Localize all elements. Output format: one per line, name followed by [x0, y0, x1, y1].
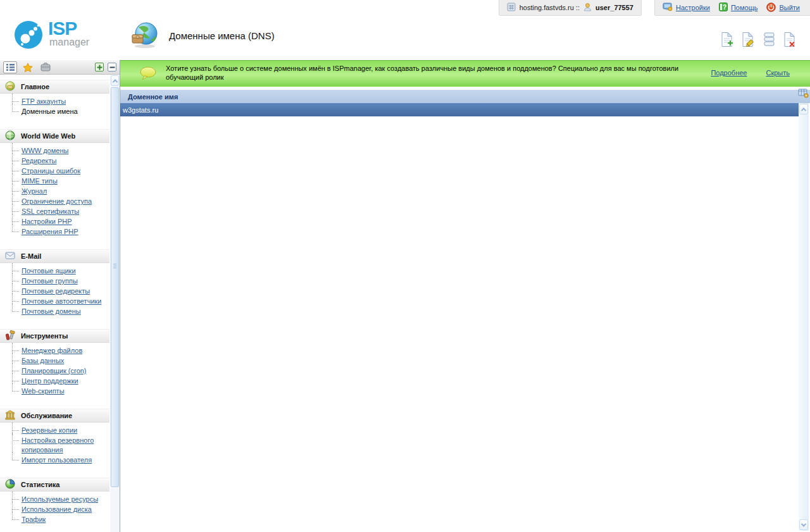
sidebar-item-mail-groups[interactable]: Почтовые группы	[0, 276, 109, 286]
sidebar-item-php-extensions[interactable]: Расширения PHP	[0, 226, 109, 237]
logo-brand-text: ISP	[48, 20, 89, 37]
section-title: Главное	[21, 83, 49, 90]
sidebar-item-disk-usage[interactable]: Использование диска	[0, 504, 109, 514]
sidebar-section-header-main[interactable]: Главное	[0, 80, 109, 94]
main-scroll-down-button[interactable]	[799, 519, 808, 530]
sidebar-item-error-pages[interactable]: Страницы ошибок	[0, 166, 109, 176]
sidebar-section-header-maintenance[interactable]: Обслуживание	[0, 409, 109, 423]
sidebar-section-header-www[interactable]: World Wide Web	[0, 129, 109, 143]
topbar-host-panel: hosting.fastvds.ru :: user_77557	[499, 0, 642, 16]
main-toolbar	[720, 32, 797, 48]
section-title: World Wide Web	[21, 132, 75, 140]
document-edit-icon[interactable]	[740, 32, 756, 48]
expand-all-button[interactable]	[95, 63, 104, 71]
dns-globe-icon	[130, 21, 159, 50]
sidebar-section-header-statistics[interactable]: Статистика	[0, 478, 109, 492]
sidebar-item-mailboxes[interactable]: Почтовые ящики	[0, 266, 109, 276]
sidebar-item-backups[interactable]: Резервные копии	[0, 425, 109, 435]
document-stack-icon[interactable]	[761, 32, 776, 48]
banner-hide-link[interactable]: Скрыть	[766, 69, 790, 77]
sidebar-menu: Главное FTP аккаунты Доменные имена Worl…	[0, 75, 109, 532]
list-view-icon[interactable]	[3, 61, 17, 73]
table-row-domain[interactable]: w3gstats.ru	[120, 103, 799, 116]
section-title: Статистика	[21, 481, 60, 488]
collapse-all-button[interactable]	[108, 63, 116, 71]
sidebar-section-maintenance: Обслуживание Резервные копии Настройка р…	[0, 409, 109, 473]
sidebar-scroll-up-button[interactable]	[111, 75, 119, 86]
topbar-links-panel: Настройки ? Помощь Выйти	[654, 0, 810, 16]
table-header-row: Доменное имя	[120, 90, 810, 103]
sidebar-item-mail-redirects[interactable]: Почтовые редиректы	[0, 286, 109, 296]
hostname-label: hosting.fastvds.ru ::	[520, 4, 580, 11]
main-scrollbar	[799, 103, 809, 531]
svg-text:?: ?	[723, 4, 726, 11]
help-icon: ?	[719, 3, 728, 13]
sidebar-item-ssl-certificates[interactable]: SSL сертификаты	[0, 206, 109, 216]
sidebar-section-header-email[interactable]: E-Mail	[0, 249, 109, 263]
logout-link[interactable]: Выйти	[779, 4, 800, 11]
sidebar-item-file-manager[interactable]: Менеджер файлов	[0, 345, 109, 356]
sidebar-item-backup-settings[interactable]: Настройка резервного копирования	[0, 435, 109, 455]
sidebar-item-used-resources[interactable]: Используемые ресурсы	[0, 494, 109, 504]
banner-more-link[interactable]: Подробнее	[711, 69, 747, 77]
sidebar-scroll-thumb[interactable]	[111, 87, 119, 487]
domain-name-cell: w3gstats.ru	[123, 106, 158, 114]
sphere-icon	[5, 81, 15, 92]
table-settings-icon[interactable]	[798, 88, 809, 99]
section-title: E-Mail	[21, 252, 41, 260]
sidebar-item-ftp-accounts[interactable]: FTP аккаунты	[0, 96, 109, 106]
sidebar-section-email: E-Mail Почтовые ящики Почтовые группы По…	[0, 249, 109, 324]
column-header-domain-name[interactable]: Доменное имя	[120, 93, 178, 101]
user-icon	[583, 3, 592, 13]
tools-icon	[5, 330, 15, 342]
pie-chart-icon	[5, 479, 15, 490]
logout-power-icon	[766, 3, 776, 13]
sidebar-scrollbar	[110, 75, 120, 532]
favorites-star-icon[interactable]	[21, 61, 35, 73]
settings-monitor-icon	[663, 3, 673, 13]
sidebar-item-journal[interactable]: Журнал	[0, 186, 109, 196]
document-add-icon[interactable]	[720, 32, 735, 48]
help-link[interactable]: Помощь	[731, 4, 758, 11]
sidebar-tabbar	[0, 60, 120, 75]
logo-mark-icon	[14, 20, 43, 51]
sidebar-section-header-tools[interactable]: Инструменты	[0, 329, 109, 343]
banner-message: Хотите узнать больше о системе доменных …	[166, 64, 691, 82]
sidebar-section-statistics: Статистика Используемые ресурсы Использо…	[0, 478, 109, 532]
topbar: hosting.fastvds.ru :: user_77557 Настрой…	[0, 0, 810, 19]
section-title: Инструменты	[21, 332, 68, 340]
sidebar-item-cron-scheduler[interactable]: Планировщик (cron)	[0, 366, 109, 376]
sidebar-item-mime-types[interactable]: MIME типы	[0, 176, 109, 186]
sidebar-item-support-center[interactable]: Центр поддержки	[0, 376, 109, 386]
sidebar-item-web-scripts[interactable]: Web-скрипты	[0, 386, 109, 396]
archive-case-icon[interactable]	[39, 61, 53, 73]
globe-icon	[5, 130, 15, 142]
main-content: Хотите узнать больше о системе доменных …	[120, 60, 810, 532]
settings-link[interactable]: Настройки	[676, 4, 710, 11]
page-header: Доменные имена (DNS)	[130, 21, 275, 50]
speech-bubble-icon	[139, 66, 157, 83]
sidebar-section-tools: Инструменты Менеджер файлов Базы данных …	[0, 329, 109, 404]
username-label: user_77557	[595, 4, 633, 11]
sidebar-item-mail-autoresponders[interactable]: Почтовые автоответчики	[0, 296, 109, 306]
section-title: Обслуживание	[21, 412, 72, 419]
sidebar-item-access-restriction[interactable]: Ограничение доступа	[0, 196, 109, 206]
sidebar: Главное FTP аккаунты Доменные имена Worl…	[0, 60, 120, 532]
sidebar-item-user-import[interactable]: Импорт пользователя	[0, 455, 109, 465]
ispmanager-app: hosting.fastvds.ru :: user_77557 Настрой…	[0, 0, 810, 532]
sidebar-item-redirects[interactable]: Редиректы	[0, 156, 109, 166]
sidebar-section-www: World Wide Web WWW домены Редиректы Стра…	[0, 129, 109, 244]
sidebar-item-mail-domains[interactable]: Почтовые домены	[0, 306, 109, 316]
page-title: Доменные имена (DNS)	[169, 30, 275, 41]
sidebar-section-main: Главное FTP аккаунты Доменные имена	[0, 80, 109, 124]
sidebar-item-traffic[interactable]: Трафик	[0, 514, 109, 524]
sidebar-item-databases[interactable]: Базы данных	[0, 356, 109, 366]
document-delete-icon[interactable]	[782, 32, 797, 48]
sidebar-item-domain-names[interactable]: Доменные имена	[0, 106, 109, 116]
sidebar-item-www-domains[interactable]: WWW домены	[0, 145, 109, 156]
sidebar-item-php-settings[interactable]: Настройки PHP	[0, 216, 109, 226]
server-icon	[507, 3, 516, 13]
main-scroll-up-button[interactable]	[799, 104, 808, 114]
envelope-icon	[5, 251, 15, 261]
ispmanager-logo: ISP manager	[14, 20, 89, 51]
